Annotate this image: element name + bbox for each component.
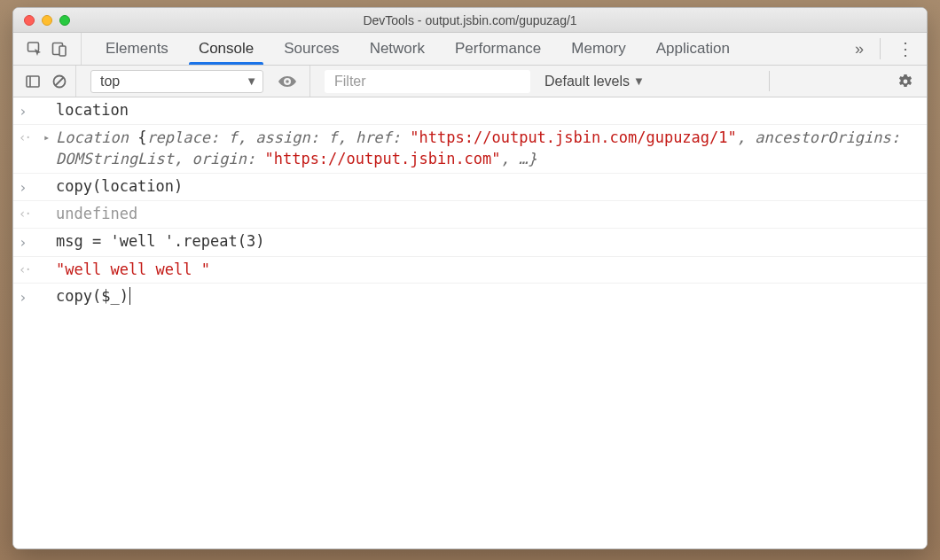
zoom-window-button[interactable] [59,15,70,26]
prompt-input-icon [19,231,43,253]
console-line[interactable]: ▸Location {replace: f, assign: f, href: … [13,125,927,174]
text-caret [129,287,130,305]
live-expression-icon[interactable] [272,74,302,89]
svg-rect-0 [28,43,39,51]
console-text: undefined [56,204,920,225]
expand-object-icon[interactable]: ▸ [43,128,56,145]
console-text: Location {replace: f, assign: f, href: "… [56,128,920,170]
tab-memory[interactable]: Memory [556,33,640,65]
more-tabs-icon[interactable]: » [855,40,864,58]
prompt-output-icon [19,204,43,223]
console-line[interactable]: copy($_) [13,284,927,310]
console-line[interactable]: msg = 'well '.repeat(3) [13,229,927,256]
execution-context-select[interactable]: top ▼ [90,70,263,93]
tab-sources[interactable]: Sources [269,33,354,65]
tab-performance[interactable]: Performance [440,33,556,65]
prompt-output-icon [19,128,43,147]
tab-application[interactable]: Application [641,33,745,65]
tab-elements[interactable]: Elements [90,33,184,65]
prompt-input-icon [19,286,43,307]
tab-console[interactable]: Console [184,33,269,65]
console-body[interactable]: location▸Location {replace: f, assign: f… [13,97,927,548]
tabs: ElementsConsoleSourcesNetworkPerformance… [90,33,745,65]
console-text: copy(location) [56,176,920,198]
svg-rect-2 [59,46,66,56]
chevron-down-icon: ▼ [246,74,257,88]
separator [880,38,881,59]
svg-rect-3 [27,76,39,87]
kebab-menu-icon[interactable]: ⋮ [897,38,914,59]
minimize-window-button[interactable] [42,15,52,26]
separator [769,71,770,91]
console-text: "well well well " [56,260,920,281]
window-title: DevTools - output.jsbin.com/gupuzag/1 [13,13,927,27]
execution-context-label: top [100,74,120,89]
clear-console-icon[interactable] [51,74,68,89]
console-line[interactable]: location [13,97,927,125]
device-toolbar-icon[interactable] [51,40,68,58]
log-levels-label: Default levels [544,74,630,89]
tab-network[interactable]: Network [355,33,440,65]
prompt-output-icon [19,260,43,279]
console-settings-icon[interactable] [891,73,920,90]
log-levels-select[interactable]: Default levels ▼ [539,74,645,89]
console-text: copy($_) [56,286,920,307]
console-text: msg = 'well '.repeat(3) [56,231,920,253]
prompt-input-icon [19,176,43,198]
console-line[interactable]: undefined [13,201,927,229]
titlebar: DevTools - output.jsbin.com/gupuzag/1 [13,8,927,33]
close-window-button[interactable] [24,15,35,26]
toolbar-left-group [17,33,82,65]
devtools-window: DevTools - output.jsbin.com/gupuzag/1 El… [12,7,928,549]
inspect-element-icon[interactable] [26,40,43,58]
prompt-input-icon [19,100,43,121]
filter-input[interactable] [325,70,530,93]
console-toolbar: top ▼ Default levels ▼ [13,66,927,97]
window-controls [13,15,70,26]
show-console-sidebar-icon[interactable] [24,74,42,89]
chevron-down-icon: ▼ [633,74,645,88]
console-text: location [56,100,920,121]
console-line[interactable]: copy(location) [13,174,927,201]
panels-tabbar: ElementsConsoleSourcesNetworkPerformance… [13,33,927,66]
console-line[interactable]: "well well well " [13,257,927,284]
